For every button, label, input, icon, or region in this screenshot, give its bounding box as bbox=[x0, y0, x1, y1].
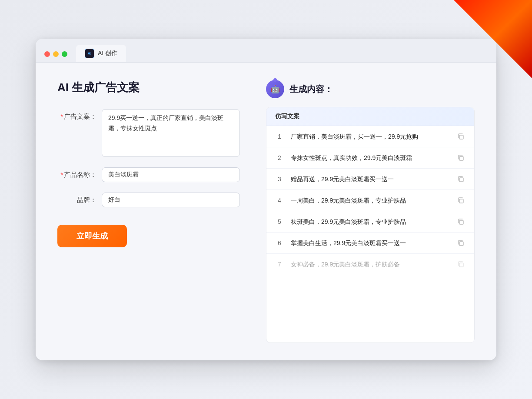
brand-input[interactable] bbox=[102, 193, 240, 207]
submit-button[interactable]: 立即生成 bbox=[57, 225, 127, 247]
results-list: 1厂家直销，美白淡斑霜，买一送一，29.9元抢购2专抹女性斑点，真实功效，29.… bbox=[266, 126, 474, 275]
form-group-product-name: *产品名称： bbox=[57, 167, 240, 182]
minimize-button[interactable] bbox=[53, 51, 59, 57]
copy-icon[interactable] bbox=[456, 153, 466, 163]
main-content: AI 生成广告文案 *广告文案： *产品名称： 品牌： 立 bbox=[36, 63, 496, 360]
tab-ai-creation[interactable]: AI AI 创作 bbox=[76, 45, 126, 62]
row-text: 掌握美白生活，29.9元美白淡斑霜买一送一 bbox=[291, 239, 449, 248]
ai-tab-icon: AI bbox=[85, 49, 94, 58]
svg-rect-6 bbox=[459, 263, 463, 267]
svg-rect-3 bbox=[459, 199, 463, 203]
required-star-ad: * bbox=[60, 113, 63, 120]
row-number: 5 bbox=[275, 218, 284, 225]
row-text: 专抹女性斑点，真实功效，29.9元美白淡斑霜 bbox=[291, 153, 449, 163]
svg-rect-5 bbox=[459, 242, 463, 246]
window-controls bbox=[44, 51, 67, 62]
svg-rect-4 bbox=[459, 220, 463, 224]
robot-icon: 🤖 bbox=[266, 80, 284, 98]
output-header: 🤖 生成内容： bbox=[266, 80, 475, 98]
form-group-ad-copy: *广告文案： bbox=[57, 109, 240, 157]
row-number: 3 bbox=[275, 176, 284, 183]
row-text: 赠品再送，29.9元美白淡斑霜买一送一 bbox=[291, 175, 449, 184]
output-title: 生成内容： bbox=[289, 83, 333, 95]
row-text: 一周美白，29.9元美白淡斑霜，专业护肤品 bbox=[291, 196, 449, 205]
row-text: 厂家直销，美白淡斑霜，买一送一，29.9元抢购 bbox=[291, 132, 449, 141]
results-container: 仿写文案 1厂家直销，美白淡斑霜，买一送一，29.9元抢购2专抹女性斑点，真实功… bbox=[266, 107, 475, 343]
copy-icon[interactable] bbox=[456, 238, 466, 248]
copy-icon[interactable] bbox=[456, 259, 466, 269]
required-star-product: * bbox=[60, 171, 63, 178]
brand-label: 品牌： bbox=[57, 193, 96, 204]
product-name-input[interactable] bbox=[102, 167, 240, 182]
product-name-label: *产品名称： bbox=[57, 167, 96, 179]
svg-rect-1 bbox=[459, 156, 463, 160]
row-number: 7 bbox=[275, 261, 284, 268]
result-row: 6掌握美白生活，29.9元美白淡斑霜买一送一 bbox=[266, 233, 474, 254]
row-number: 1 bbox=[275, 133, 284, 140]
page-title: AI 生成广告文案 bbox=[57, 80, 240, 95]
copy-icon[interactable] bbox=[456, 174, 466, 184]
ad-copy-label: *广告文案： bbox=[57, 109, 96, 121]
left-panel: AI 生成广告文案 *广告文案： *产品名称： 品牌： 立 bbox=[57, 80, 240, 343]
result-row: 4一周美白，29.9元美白淡斑霜，专业护肤品 bbox=[266, 190, 474, 211]
result-row: 5祛斑美白，29.9元美白淡斑霜，专业护肤品 bbox=[266, 211, 474, 233]
result-row: 7女神必备，29.9元美白淡斑霜，护肤必备 bbox=[266, 254, 474, 275]
close-button[interactable] bbox=[44, 51, 50, 57]
tab-label: AI 创作 bbox=[98, 50, 117, 57]
results-header: 仿写文案 bbox=[266, 107, 474, 126]
copy-icon[interactable] bbox=[456, 132, 466, 141]
copy-icon[interactable] bbox=[456, 217, 466, 226]
browser-window: AI AI 创作 AI 生成广告文案 *广告文案： *产品名称： bbox=[36, 39, 496, 360]
result-row: 3赠品再送，29.9元美白淡斑霜买一送一 bbox=[266, 169, 474, 190]
row-text: 女神必备，29.9元美白淡斑霜，护肤必备 bbox=[291, 260, 449, 269]
title-bar: AI AI 创作 bbox=[36, 39, 496, 63]
row-number: 6 bbox=[275, 239, 284, 246]
copy-icon[interactable] bbox=[456, 196, 466, 205]
form-group-brand: 品牌： bbox=[57, 193, 240, 207]
row-number: 2 bbox=[275, 154, 284, 161]
row-number: 4 bbox=[275, 197, 284, 204]
ad-copy-input[interactable] bbox=[102, 109, 240, 157]
row-text: 祛斑美白，29.9元美白淡斑霜，专业护肤品 bbox=[291, 217, 449, 226]
result-row: 2专抹女性斑点，真实功效，29.9元美白淡斑霜 bbox=[266, 147, 474, 169]
svg-rect-2 bbox=[459, 178, 463, 182]
result-row: 1厂家直销，美白淡斑霜，买一送一，29.9元抢购 bbox=[266, 126, 474, 147]
maximize-button[interactable] bbox=[62, 51, 67, 57]
right-panel: 🤖 生成内容： 仿写文案 1厂家直销，美白淡斑霜，买一送一，29.9元抢购2专抹… bbox=[266, 80, 475, 343]
svg-rect-0 bbox=[459, 135, 463, 139]
